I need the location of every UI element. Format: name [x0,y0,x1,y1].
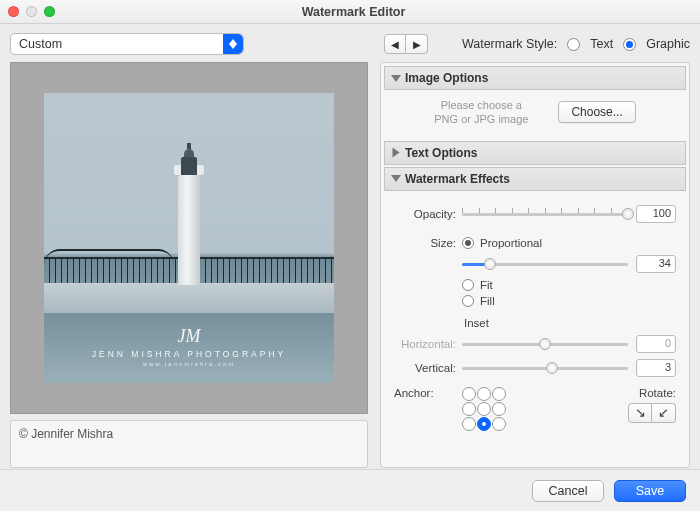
dialog-footer: Cancel Save [0,469,700,511]
disclosure-triangle-icon [391,75,401,82]
horizontal-slider [462,336,628,352]
horizontal-value: 0 [636,335,676,353]
size-slider[interactable] [462,256,628,272]
opacity-label: Opacity: [394,208,462,220]
size-fit-radio[interactable] [462,279,474,291]
style-label: Watermark Style: [462,37,557,51]
style-graphic-label: Graphic [646,37,690,51]
watermark-overlay: JM JENN MISHRA PHOTOGRAPHY www.jennmishr… [44,326,334,367]
text-options-header[interactable]: Text Options [384,141,686,165]
vertical-value[interactable]: 3 [636,359,676,377]
window-title: Watermark Editor [15,5,692,19]
horizontal-label: Horizontal: [394,338,462,350]
anchor-middle-right[interactable] [492,402,506,416]
disclosure-triangle-icon [393,148,400,158]
image-hint: Please choose a PNG or JPG image [434,98,528,127]
options-panel: Image Options Please choose a PNG or JPG… [380,62,690,468]
size-fill-label: Fill [480,295,495,307]
watermark-monogram: JM [44,326,334,347]
image-options-header[interactable]: Image Options [384,66,686,90]
rotate-cw-button[interactable]: ↙ [652,403,676,423]
next-preset-button[interactable]: ▶ [406,34,428,54]
opacity-slider[interactable] [462,206,628,222]
preview-image: JM JENN MISHRA PHOTOGRAPHY www.jennmishr… [44,93,334,383]
save-button[interactable]: Save [614,480,686,502]
anchor-bottom-left[interactable] [462,417,476,431]
size-label: Size: [394,237,462,249]
preset-select[interactable]: Custom [10,33,244,55]
anchor-grid [462,387,506,431]
vertical-label: Vertical: [394,362,462,374]
anchor-top-center[interactable] [477,387,491,401]
opacity-value[interactable]: 100 [636,205,676,223]
anchor-middle-center[interactable] [477,402,491,416]
style-graphic-radio[interactable] [623,38,636,51]
inset-label: Inset [464,317,676,329]
size-proportional-label: Proportional [480,237,542,249]
anchor-bottom-right[interactable] [492,417,506,431]
disclosure-triangle-icon [391,175,401,182]
prev-preset-button[interactable]: ◀ [384,34,406,54]
text-options-title: Text Options [405,146,477,160]
anchor-bottom-center[interactable] [477,417,491,431]
style-text-radio[interactable] [567,38,580,51]
vertical-slider[interactable] [462,360,628,376]
anchor-label: Anchor: [394,387,462,399]
watermark-line2: www.jennmishra.com [44,361,334,367]
rotate-label: Rotate: [628,387,676,399]
preset-selected: Custom [11,37,62,51]
image-options-title: Image Options [405,71,488,85]
cancel-button[interactable]: Cancel [532,480,604,502]
rotate-ccw-button[interactable]: ↘ [628,403,652,423]
select-arrows-icon [223,34,243,54]
titlebar: Watermark Editor [0,0,700,24]
watermark-effects-title: Watermark Effects [405,172,510,186]
copyright-field[interactable]: © Jennifer Mishra [10,420,368,468]
size-proportional-radio[interactable] [462,237,474,249]
anchor-middle-left[interactable] [462,402,476,416]
choose-image-button[interactable]: Choose... [558,101,635,123]
anchor-top-right[interactable] [492,387,506,401]
watermark-line1: JENN MISHRA PHOTOGRAPHY [44,349,334,359]
size-fill-radio[interactable] [462,295,474,307]
size-fit-label: Fit [480,279,493,291]
size-value[interactable]: 34 [636,255,676,273]
preview-area: JM JENN MISHRA PHOTOGRAPHY www.jennmishr… [10,62,368,414]
anchor-top-left[interactable] [462,387,476,401]
style-text-label: Text [590,37,613,51]
watermark-effects-header[interactable]: Watermark Effects [384,167,686,191]
